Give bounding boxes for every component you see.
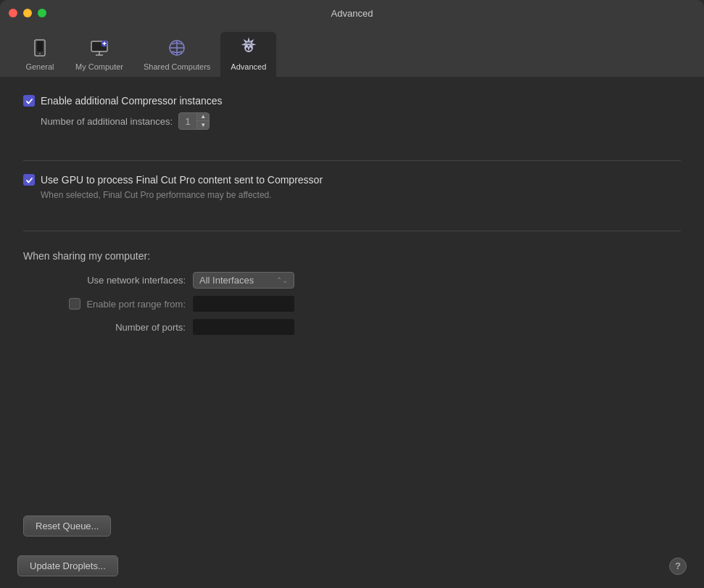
update-droplets-button[interactable]: Update Droplets... (17, 555, 118, 576)
close-button[interactable] (9, 9, 17, 17)
port-range-input[interactable] (193, 296, 294, 312)
num-ports-input[interactable] (193, 319, 294, 335)
instances-label: Number of additional instances: (41, 116, 173, 127)
reset-queue-row: Reset Queue... (23, 515, 681, 537)
my-computer-icon (88, 36, 111, 59)
network-interfaces-label: Use network interfaces: (41, 275, 186, 286)
stepper-buttons: ▲ ▼ (196, 113, 209, 129)
gpu-sublabel: When selected, Final Cut Pro performance… (41, 190, 681, 200)
tab-my-computer[interactable]: My Computer (65, 32, 133, 77)
gpu-checkbox-row: Use GPU to process Final Cut Pro content… (23, 174, 681, 186)
instances-count-row: Number of additional instances: 1 ▲ ▼ (41, 112, 681, 130)
port-range-checkbox-area: Enable port range from: (41, 298, 186, 310)
network-interfaces-dropdown[interactable]: All Interfaces ⌃⌄ (193, 272, 294, 289)
divider-2 (23, 231, 681, 231)
window-title: Advanced (331, 8, 373, 19)
network-interfaces-row: Use network interfaces: All Interfaces ⌃… (41, 272, 681, 289)
buttons-area: Reset Queue... (0, 501, 704, 544)
shared-computers-icon (165, 36, 189, 59)
advanced-icon (237, 36, 260, 59)
main-content: Enable additional Compressor instances N… (0, 78, 704, 501)
reset-queue-button[interactable]: Reset Queue... (23, 515, 111, 537)
divider-1 (23, 160, 681, 161)
network-interfaces-value: All Interfaces (199, 275, 254, 286)
window-controls (9, 9, 46, 17)
tab-shared-computers[interactable]: Shared Computers (133, 32, 220, 77)
port-range-label: Enable port range from: (86, 299, 186, 310)
sharing-section: When sharing my computer: Use network in… (23, 250, 681, 342)
toolbar: General My Computer Shared (0, 26, 704, 78)
dropdown-arrow-icon: ⌃⌄ (276, 276, 288, 284)
gpu-checkbox[interactable] (23, 174, 35, 186)
compressor-instances-checkbox[interactable] (23, 95, 35, 107)
gpu-label: Use GPU to process Final Cut Pro content… (41, 174, 323, 186)
tab-general-label: General (25, 62, 54, 71)
svg-rect-1 (37, 41, 43, 51)
tab-advanced[interactable]: Advanced (220, 32, 276, 77)
instances-stepper[interactable]: 1 ▲ ▼ (178, 112, 210, 130)
help-button[interactable]: ? (669, 558, 687, 575)
maximize-button[interactable] (38, 9, 46, 17)
num-ports-row: Number of ports: (41, 319, 681, 335)
stepper-value: 1 (179, 116, 196, 127)
tab-advanced-label: Advanced (231, 62, 266, 71)
sharing-title: When sharing my computer: (23, 250, 681, 262)
num-ports-label: Number of ports: (41, 322, 186, 333)
general-icon (28, 36, 51, 59)
compressor-instances-label: Enable additional Compressor instances (41, 95, 223, 107)
tab-shared-computers-label: Shared Computers (144, 62, 210, 71)
tab-general[interactable]: General (15, 32, 65, 77)
port-range-row: Enable port range from: (41, 296, 681, 312)
tab-my-computer-label: My Computer (75, 62, 123, 71)
minimize-button[interactable] (23, 9, 32, 17)
bottom-bar: Update Droplets... ? (0, 544, 704, 588)
stepper-down-button[interactable]: ▼ (197, 121, 209, 129)
port-range-checkbox[interactable] (69, 298, 80, 310)
stepper-up-button[interactable]: ▲ (197, 113, 209, 121)
gpu-section: Use GPU to process Final Cut Pro content… (23, 174, 681, 200)
compressor-instances-row: Enable additional Compressor instances (23, 95, 681, 107)
title-bar: Advanced (0, 0, 704, 26)
svg-point-2 (39, 53, 41, 54)
